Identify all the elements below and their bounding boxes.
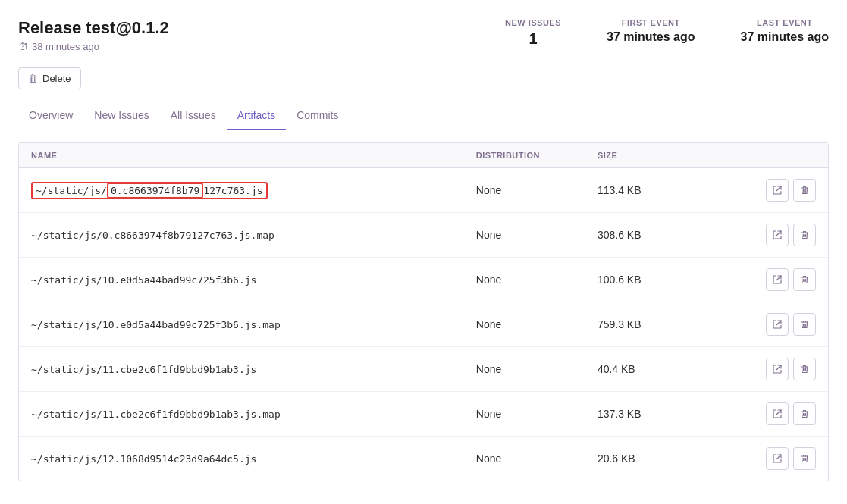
delete-row-button[interactable]: [793, 358, 816, 380]
row-actions: [707, 347, 828, 392]
table-header-row: NAME DISTRIBUTION SIZE: [19, 143, 828, 168]
last-event-stat: LAST EVENT 37 minutes ago: [741, 18, 829, 44]
open-button[interactable]: [766, 313, 789, 336]
file-name: ~/static/js/10.e0d5a44bad99c725f3b6.js.m…: [31, 319, 281, 330]
open-button[interactable]: [766, 358, 789, 380]
delete-row-button[interactable]: [793, 313, 816, 336]
tab-new-issues[interactable]: New Issues: [83, 102, 159, 130]
last-event-value: 37 minutes ago: [741, 30, 829, 44]
delete-row-button[interactable]: [793, 447, 816, 470]
row-actions: [707, 213, 828, 258]
tab-overview[interactable]: Overview: [18, 102, 83, 130]
tab-commits[interactable]: Commits: [286, 102, 349, 130]
file-name: ~/static/js/12.1068d9514c23d9a64dc5.js: [31, 453, 256, 465]
time-ago-text: 38 minutes ago: [32, 41, 99, 52]
size-value: 113.4 KB: [585, 168, 707, 213]
size-value: 40.4 KB: [585, 347, 707, 392]
col-header-distribution: DISTRIBUTION: [464, 143, 585, 168]
release-time: ⏱ 38 minutes ago: [18, 41, 169, 52]
clock-icon: ⏱: [18, 41, 28, 52]
distribution-value: None: [464, 168, 585, 213]
row-actions: [707, 168, 828, 213]
trash-icon: 🗑: [28, 73, 38, 84]
delete-row-button[interactable]: [793, 179, 816, 202]
size-value: 759.3 KB: [585, 302, 707, 347]
row-actions: [707, 392, 828, 437]
open-button[interactable]: [766, 268, 789, 291]
file-name: ~/static/js/0.c8663974f8b79127c763.js.ma…: [31, 230, 274, 241]
row-actions: [707, 302, 828, 347]
delete-row-button[interactable]: [793, 402, 816, 425]
first-event-value: 37 minutes ago: [607, 30, 695, 44]
first-event-stat: FIRST EVENT 37 minutes ago: [607, 18, 695, 44]
row-actions: [707, 437, 828, 481]
new-issues-value: 1: [505, 30, 561, 48]
open-button[interactable]: [766, 179, 789, 202]
col-header-actions: [707, 143, 828, 168]
new-issues-label: NEW ISSUES: [505, 18, 561, 27]
distribution-value: None: [464, 258, 585, 302]
size-value: 100.6 KB: [585, 258, 707, 302]
distribution-value: None: [464, 347, 585, 392]
table-row: ~/static/js/11.cbe2c6f1fd9bbd9b1ab3.jsNo…: [19, 347, 828, 392]
delete-row-button[interactable]: [793, 224, 816, 246]
table-row: ~/static/js/10.e0d5a44bad99c725f3b6.js.m…: [19, 302, 828, 347]
col-header-size: SIZE: [585, 143, 707, 168]
artifacts-table-container: NAME DISTRIBUTION SIZE ~/static/js/0.c86…: [18, 142, 829, 481]
open-button[interactable]: [766, 402, 789, 425]
toolbar: 🗑 Delete: [18, 67, 829, 89]
distribution-value: None: [464, 392, 585, 437]
new-issues-stat: NEW ISSUES 1: [505, 18, 561, 48]
delete-label: Delete: [42, 73, 71, 84]
tab-all-issues[interactable]: All Issues: [160, 102, 227, 130]
header-left: Release test@0.1.2 ⏱ 38 minutes ago: [18, 18, 169, 52]
table-row: ~/static/js/0.c8663974f8b79127c763.js.ma…: [19, 213, 828, 258]
size-value: 308.6 KB: [585, 213, 707, 258]
header-stats: NEW ISSUES 1 FIRST EVENT 37 minutes ago …: [505, 18, 829, 48]
file-name: ~/static/js/11.cbe2c6f1fd9bbd9b1ab3.js: [31, 364, 256, 375]
last-event-label: LAST EVENT: [741, 18, 829, 27]
file-name: ~/static/js/11.cbe2c6f1fd9bbd9b1ab3.js.m…: [31, 409, 281, 420]
size-value: 137.3 KB: [585, 392, 707, 437]
table-row: ~/static/js/11.cbe2c6f1fd9bbd9b1ab3.js.m…: [19, 392, 828, 437]
delete-button[interactable]: 🗑 Delete: [18, 67, 81, 89]
table-row: ~/static/js/10.e0d5a44bad99c725f3b6.jsNo…: [19, 258, 828, 302]
page-header: Release test@0.1.2 ⏱ 38 minutes ago NEW …: [18, 18, 829, 52]
artifacts-table: NAME DISTRIBUTION SIZE ~/static/js/0.c86…: [19, 143, 828, 481]
first-event-label: FIRST EVENT: [607, 18, 695, 27]
file-name: ~/static/js/0.c8663974f8b79127c763.js: [31, 182, 268, 199]
open-button[interactable]: [766, 447, 789, 470]
table-row: ~/static/js/12.1068d9514c23d9a64dc5.jsNo…: [19, 437, 828, 481]
delete-row-button[interactable]: [793, 268, 816, 291]
tabs-nav: Overview New Issues All Issues Artifacts…: [18, 102, 829, 130]
table-row: ~/static/js/0.c8663974f8b79127c763.jsNon…: [19, 168, 828, 213]
distribution-value: None: [464, 302, 585, 347]
distribution-value: None: [464, 437, 585, 481]
distribution-value: None: [464, 213, 585, 258]
file-name: ~/static/js/10.e0d5a44bad99c725f3b6.js: [31, 274, 256, 286]
size-value: 20.6 KB: [585, 437, 707, 481]
release-title: Release test@0.1.2: [18, 18, 169, 38]
tab-artifacts[interactable]: Artifacts: [227, 102, 287, 130]
open-button[interactable]: [766, 224, 789, 246]
row-actions: [707, 258, 828, 302]
col-header-name: NAME: [19, 143, 464, 168]
